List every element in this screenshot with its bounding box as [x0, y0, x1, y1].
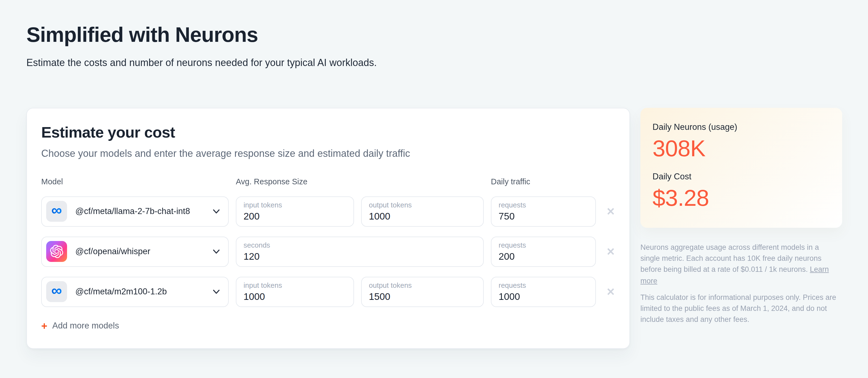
card-title: Estimate your cost: [41, 124, 615, 141]
column-label-daily-traffic: Daily traffic: [491, 177, 596, 186]
model-row: ∞ @cf/meta/llama-2-7b-chat-int8 input to…: [41, 197, 615, 226]
content: Estimate your cost Choose your models an…: [26, 108, 868, 349]
footnote-neurons-text: Neurons aggregate usage across different…: [641, 243, 822, 274]
footnote-neurons: Neurons aggregate usage across different…: [641, 242, 840, 287]
remove-model-button[interactable]: ✕: [603, 277, 618, 307]
requests-field[interactable]: requests: [491, 277, 596, 307]
requests-field[interactable]: requests: [491, 197, 596, 227]
meta-icon: ∞: [46, 282, 67, 302]
model-select-whisper[interactable]: @cf/openai/whisper: [41, 237, 229, 267]
page-subtitle: Estimate the costs and number of neurons…: [26, 56, 868, 69]
remove-model-button[interactable]: ✕: [603, 197, 618, 227]
plus-icon: +: [41, 321, 47, 331]
openai-icon: [46, 241, 67, 262]
close-icon: ✕: [606, 245, 615, 258]
output-tokens-input[interactable]: [369, 211, 476, 222]
add-more-models-label: Add more models: [52, 321, 119, 331]
model-name: @cf/meta/m2m100-1.2b: [75, 287, 167, 297]
viewport: Simplified with Neurons Estimate the cos…: [0, 0, 868, 378]
requests-label: requests: [499, 281, 588, 289]
remove-model-button[interactable]: ✕: [603, 237, 618, 267]
footnote-disclaimer: This calculator is for informational pur…: [641, 292, 840, 326]
add-more-models-button[interactable]: + Add more models: [41, 321, 119, 331]
column-label-model: Model: [41, 177, 229, 186]
output-tokens-field[interactable]: output tokens: [361, 197, 484, 227]
cost-estimator-card: Estimate your cost Choose your models an…: [26, 108, 630, 349]
input-tokens-field[interactable]: input tokens: [236, 277, 354, 307]
model-row: @cf/openai/whisper seconds requests ✕: [41, 237, 615, 266]
card-subtitle: Choose your models and enter the average…: [41, 148, 615, 159]
requests-input[interactable]: [499, 251, 588, 262]
requests-input[interactable]: [499, 211, 588, 222]
output-tokens-label: output tokens: [369, 281, 476, 289]
openai-logo-glyph: [50, 245, 63, 258]
input-tokens-label: input tokens: [244, 201, 346, 209]
neurons-pricing-page: Simplified with Neurons Estimate the cos…: [0, 0, 868, 349]
output-tokens-field[interactable]: output tokens: [361, 277, 484, 307]
requests-label: requests: [499, 241, 588, 249]
input-tokens-input[interactable]: [244, 291, 346, 302]
seconds-label: seconds: [244, 241, 476, 249]
daily-cost-label: Daily Cost: [652, 172, 830, 181]
daily-summary-card: Daily Neurons (usage) 308K Daily Cost $3…: [641, 108, 842, 228]
summary-column: Daily Neurons (usage) 308K Daily Cost $3…: [641, 108, 842, 331]
daily-neurons-value: 308K: [652, 137, 830, 161]
requests-label: requests: [499, 201, 588, 209]
chevron-down-icon: [213, 249, 220, 254]
page-title: Simplified with Neurons: [26, 23, 868, 47]
daily-cost-value: $3.28: [652, 186, 830, 210]
seconds-input[interactable]: [244, 251, 476, 262]
model-row: ∞ @cf/meta/m2m100-1.2b input tokens outp…: [41, 277, 615, 307]
close-icon: ✕: [606, 286, 615, 298]
input-tokens-field[interactable]: input tokens: [236, 197, 354, 227]
chevron-down-icon: [213, 209, 220, 214]
model-select-m2m100[interactable]: ∞ @cf/meta/m2m100-1.2b: [41, 277, 229, 307]
requests-input[interactable]: [499, 291, 588, 302]
footnotes: Neurons aggregate usage across different…: [641, 242, 842, 326]
close-icon: ✕: [606, 205, 615, 218]
column-headers: Model Avg. Response Size Daily traffic: [41, 177, 615, 186]
chevron-down-icon: [213, 289, 220, 294]
input-tokens-label: input tokens: [244, 281, 346, 289]
model-name: @cf/meta/llama-2-7b-chat-int8: [75, 207, 190, 216]
output-tokens-label: output tokens: [369, 201, 476, 209]
meta-icon: ∞: [46, 201, 67, 222]
seconds-field[interactable]: seconds: [236, 237, 484, 267]
output-tokens-input[interactable]: [369, 291, 476, 302]
requests-field[interactable]: requests: [491, 237, 596, 267]
model-name: @cf/openai/whisper: [75, 247, 150, 257]
daily-neurons-label: Daily Neurons (usage): [652, 122, 830, 132]
input-tokens-input[interactable]: [244, 211, 346, 222]
model-select-llama[interactable]: ∞ @cf/meta/llama-2-7b-chat-int8: [41, 197, 229, 227]
column-label-avg-response-size: Avg. Response Size: [236, 177, 484, 186]
